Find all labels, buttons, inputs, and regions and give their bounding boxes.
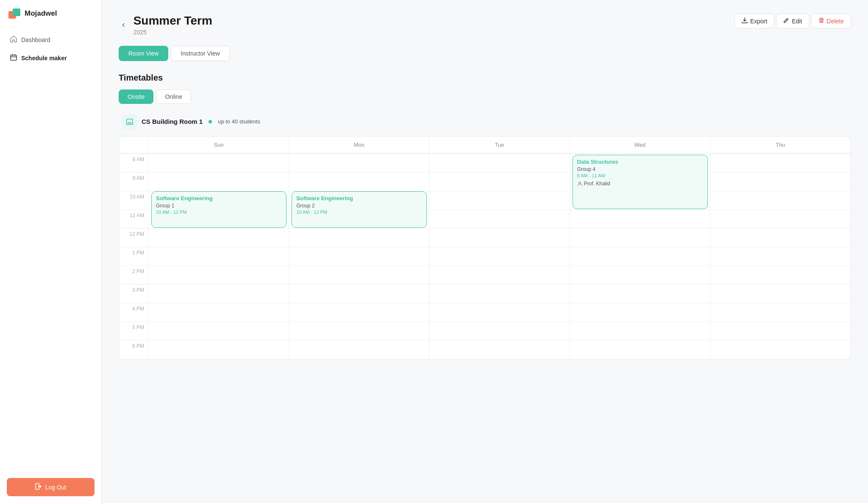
page-subtitle: 2025	[134, 29, 212, 36]
cell-tue-2pm	[429, 266, 570, 285]
edit-button[interactable]: Edit	[776, 14, 809, 28]
page-header: ‹ Summer Term 2025 Export	[119, 14, 851, 36]
calendar-header: Sun Mon Tue Wed Thu	[119, 137, 851, 154]
svg-rect-1	[13, 8, 20, 16]
tab-room-view[interactable]: Room View	[119, 46, 168, 61]
logout-button[interactable]: Log Out	[7, 478, 95, 496]
room-name: CS Building Room 1	[142, 118, 203, 125]
calendar-body: 8 AM 9 AM 10 AM	[119, 154, 851, 359]
time-12pm: 12 PM	[119, 229, 149, 247]
cell-tue-11am	[429, 210, 570, 229]
cell-sun-4pm	[149, 303, 289, 322]
cell-sun-12pm	[149, 229, 289, 247]
cell-wed-4pm	[570, 303, 710, 322]
cell-thu-2pm	[710, 266, 851, 285]
cell-mon-9am	[289, 173, 429, 191]
tab-instructor-view[interactable]: Instructor View	[171, 46, 229, 61]
sidebar-footer: Log Out	[0, 471, 101, 503]
cell-sun-3pm	[149, 285, 289, 303]
cell-thu-12pm	[710, 229, 851, 247]
cell-sun-2pm	[149, 266, 289, 285]
tab-room-view-label: Room View	[128, 50, 159, 57]
cell-wed-11am	[570, 210, 710, 229]
room-status-dot	[209, 120, 212, 123]
sidebar-item-schedule-maker[interactable]: Schedule maker	[5, 50, 96, 66]
download-icon	[742, 17, 748, 25]
cell-mon-10am	[289, 191, 429, 210]
cell-wed-8am	[570, 154, 710, 173]
home-icon	[10, 36, 17, 44]
cell-sun-11am	[149, 210, 289, 229]
calendar-icon	[10, 54, 17, 62]
delete-label: Delete	[827, 18, 844, 25]
room-capacity: up to 40 students	[218, 118, 260, 125]
cell-mon-5pm	[289, 322, 429, 341]
time-grid: 8 AM 9 AM 10 AM	[119, 154, 851, 359]
cell-wed-12pm	[570, 229, 710, 247]
delete-button[interactable]: Delete	[811, 14, 851, 28]
trash-icon	[818, 17, 824, 25]
tab-onsite[interactable]: Onsite	[119, 89, 153, 104]
cell-thu-9am	[710, 173, 851, 191]
page-header-left: ‹ Summer Term 2025	[119, 14, 212, 36]
room-section: CS Building Room 1 up to 40 students Sun…	[119, 114, 851, 360]
time-8am: 8 AM	[119, 154, 149, 173]
cell-sun-1pm	[149, 247, 289, 266]
cell-wed-10am	[570, 191, 710, 210]
cell-wed-6pm	[570, 341, 710, 359]
cell-mon-1pm	[289, 247, 429, 266]
cell-tue-4pm	[429, 303, 570, 322]
timetable-tabs: Onsite Online	[119, 89, 851, 104]
time-3pm: 3 PM	[119, 285, 149, 303]
time-11am: 11 AM	[119, 210, 149, 229]
cell-thu-10am	[710, 191, 851, 210]
time-4pm: 4 PM	[119, 303, 149, 322]
time-10am: 10 AM	[119, 191, 149, 210]
tab-online[interactable]: Online	[156, 89, 191, 104]
time-9am: 9 AM	[119, 173, 149, 191]
cell-wed-2pm	[570, 266, 710, 285]
cell-mon-11am	[289, 210, 429, 229]
section-title: Timetables	[119, 73, 851, 83]
time-6pm: 6 PM	[119, 341, 149, 359]
sidebar: Mojadwel Dashboard Schedule maker	[0, 0, 102, 503]
day-header-tue: Tue	[429, 137, 570, 154]
cell-sun-6pm	[149, 341, 289, 359]
cell-thu-1pm	[710, 247, 851, 266]
sidebar-item-dashboard-label: Dashboard	[21, 36, 50, 43]
day-header-mon: Mon	[289, 137, 429, 154]
cell-mon-8am	[289, 154, 429, 173]
calendar-grid: Sun Mon Tue Wed Thu 8 AM	[119, 136, 851, 360]
tab-instructor-view-label: Instructor View	[181, 50, 220, 57]
cell-sun-10am	[149, 191, 289, 210]
cell-sun-5pm	[149, 322, 289, 341]
sidebar-nav: Dashboard Schedule maker	[0, 27, 101, 471]
logout-label: Log Out	[45, 484, 67, 491]
time-header	[119, 137, 149, 154]
back-button[interactable]: ‹	[119, 18, 128, 31]
export-button[interactable]: Export	[734, 14, 774, 28]
svg-rect-2	[11, 55, 17, 60]
time-1pm: 1 PM	[119, 247, 149, 266]
cell-tue-12pm	[429, 229, 570, 247]
cell-mon-12pm	[289, 229, 429, 247]
logout-icon	[35, 483, 42, 491]
app-name: Mojadwel	[25, 9, 57, 18]
timetables-section: Timetables Onsite Online CS Building Roo	[119, 73, 851, 360]
sidebar-item-schedule-maker-label: Schedule maker	[21, 55, 67, 61]
sidebar-item-dashboard[interactable]: Dashboard	[5, 31, 96, 48]
day-header-wed: Wed	[570, 137, 710, 154]
cell-sun-8am	[149, 154, 289, 173]
cell-thu-3pm	[710, 285, 851, 303]
app-logo: Mojadwel	[0, 0, 101, 27]
cell-thu-4pm	[710, 303, 851, 322]
cell-tue-3pm	[429, 285, 570, 303]
cell-thu-6pm	[710, 341, 851, 359]
cell-wed-3pm	[570, 285, 710, 303]
cell-tue-5pm	[429, 322, 570, 341]
room-header: CS Building Room 1 up to 40 students	[119, 114, 851, 129]
tab-online-label: Online	[165, 93, 182, 100]
cell-tue-8am	[429, 154, 570, 173]
time-5pm: 5 PM	[119, 322, 149, 341]
cell-thu-5pm	[710, 322, 851, 341]
